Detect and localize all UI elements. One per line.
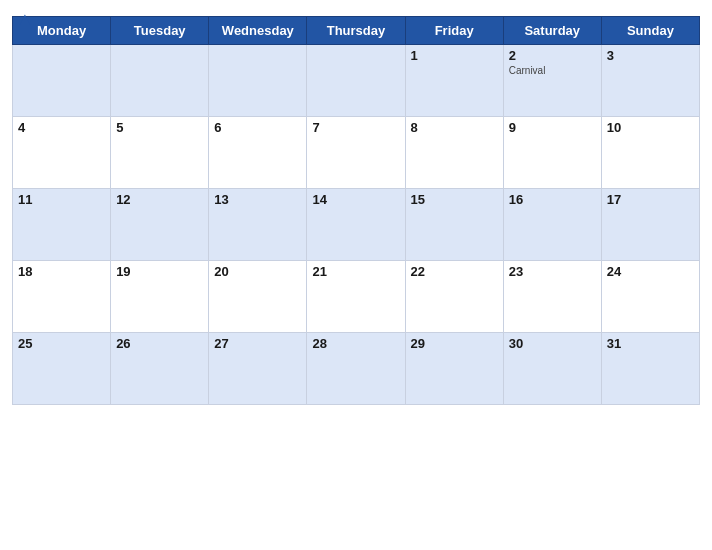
day-cell: 25 [13,333,111,405]
day-cell: 6 [209,117,307,189]
weekday-header-friday: Friday [405,17,503,45]
day-number: 7 [312,120,399,135]
day-cell: 14 [307,189,405,261]
weekday-header-saturday: Saturday [503,17,601,45]
day-cell: 27 [209,333,307,405]
day-cell: 21 [307,261,405,333]
day-cell: 19 [111,261,209,333]
weekday-header-tuesday: Tuesday [111,17,209,45]
day-cell: 9 [503,117,601,189]
day-number: 27 [214,336,301,351]
weekday-header-wednesday: Wednesday [209,17,307,45]
day-cell [13,45,111,117]
calendar-grid: MondayTuesdayWednesdayThursdayFridaySatu… [12,16,700,405]
day-cell: 3 [601,45,699,117]
day-cell: 16 [503,189,601,261]
weekday-header-sunday: Sunday [601,17,699,45]
day-event: Carnival [509,65,596,76]
day-number: 17 [607,192,694,207]
day-cell: 2Carnival [503,45,601,117]
day-number: 9 [509,120,596,135]
day-cell: 13 [209,189,307,261]
week-row-2: 45678910 [13,117,700,189]
day-number: 16 [509,192,596,207]
logo-bird-icon: ▲ [16,10,34,30]
day-number: 24 [607,264,694,279]
day-number: 29 [411,336,498,351]
day-number: 28 [312,336,399,351]
day-cell [111,45,209,117]
logo-area: ▲ [12,10,34,30]
day-number: 20 [214,264,301,279]
weekday-header-thursday: Thursday [307,17,405,45]
day-cell: 26 [111,333,209,405]
day-cell: 18 [13,261,111,333]
day-number: 12 [116,192,203,207]
day-number: 4 [18,120,105,135]
day-cell: 20 [209,261,307,333]
day-number: 5 [116,120,203,135]
day-cell: 30 [503,333,601,405]
week-row-1: 12Carnival3 [13,45,700,117]
day-cell: 31 [601,333,699,405]
day-number: 8 [411,120,498,135]
day-number: 30 [509,336,596,351]
day-cell: 1 [405,45,503,117]
day-number: 15 [411,192,498,207]
week-row-4: 18192021222324 [13,261,700,333]
day-number: 26 [116,336,203,351]
day-cell: 4 [13,117,111,189]
day-cell: 23 [503,261,601,333]
day-cell [307,45,405,117]
calendar-container: ▲ MondayTuesdayWednesdayThursdayFridaySa… [0,0,712,550]
day-cell: 7 [307,117,405,189]
day-number: 25 [18,336,105,351]
day-cell: 10 [601,117,699,189]
day-cell: 17 [601,189,699,261]
day-number: 3 [607,48,694,63]
day-cell: 29 [405,333,503,405]
day-number: 21 [312,264,399,279]
day-cell: 11 [13,189,111,261]
week-row-3: 11121314151617 [13,189,700,261]
day-cell: 8 [405,117,503,189]
day-cell: 15 [405,189,503,261]
day-number: 31 [607,336,694,351]
day-number: 19 [116,264,203,279]
week-row-5: 25262728293031 [13,333,700,405]
day-number: 23 [509,264,596,279]
day-cell: 22 [405,261,503,333]
day-number: 6 [214,120,301,135]
day-number: 1 [411,48,498,63]
day-number: 18 [18,264,105,279]
day-cell [209,45,307,117]
day-cell: 24 [601,261,699,333]
day-number: 14 [312,192,399,207]
day-number: 11 [18,192,105,207]
day-number: 10 [607,120,694,135]
day-cell: 12 [111,189,209,261]
day-cell: 5 [111,117,209,189]
day-number: 22 [411,264,498,279]
weekday-header-row: MondayTuesdayWednesdayThursdayFridaySatu… [13,17,700,45]
day-number: 2 [509,48,596,63]
day-number: 13 [214,192,301,207]
day-cell: 28 [307,333,405,405]
